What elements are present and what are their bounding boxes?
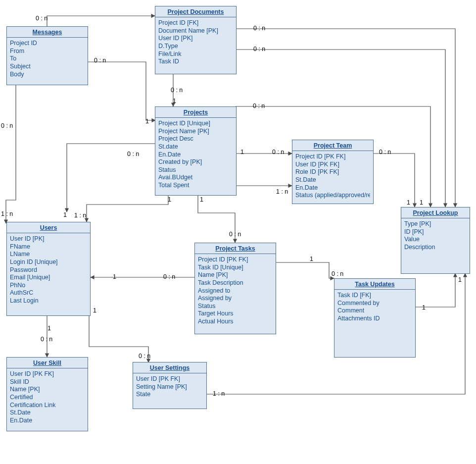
attr: Setting Name [PK] xyxy=(136,383,203,391)
entity-users: Users User ID [PK] FName LName Login ID … xyxy=(6,222,91,316)
attr: Commented by xyxy=(337,300,412,308)
attr: Last Login xyxy=(10,297,87,305)
cardinality-label: 1 xyxy=(407,199,410,206)
attr: To xyxy=(10,55,85,63)
entity-title: Task Updates xyxy=(334,279,415,290)
cardinality-label: 0 : n xyxy=(332,270,343,277)
attr: ID [PK] xyxy=(404,228,467,236)
attr: PhNo xyxy=(10,282,87,290)
cardinality-label: 1 xyxy=(168,196,171,203)
attr: Body xyxy=(10,71,85,79)
entity-project-team: Project Team Project ID [PK FK] User ID … xyxy=(292,140,374,204)
attr: Name [PK] xyxy=(198,271,273,279)
cardinality-label: 0 : n xyxy=(36,15,48,22)
attr: AuthSrC xyxy=(10,289,87,297)
cardinality-label: 0 : n xyxy=(253,103,265,109)
entity-title: Project Lookup xyxy=(401,207,470,218)
attr: Actual Hours xyxy=(198,318,273,326)
attr: Password xyxy=(10,266,87,274)
attr: Project ID xyxy=(10,40,85,48)
cardinality-label: 0 : n xyxy=(171,87,183,94)
cardinality-label: 0 : n xyxy=(127,151,139,157)
cardinality-label: 1 : n xyxy=(74,212,86,219)
attr: St.Date xyxy=(295,176,370,184)
attr: Task ID [Unique] xyxy=(198,264,273,272)
attr: Role ID [PK FK] xyxy=(295,168,370,176)
attr: Status (applied/approved/rej xyxy=(295,192,370,200)
attr: User ID [PK] xyxy=(10,235,87,243)
attr: Project Name [PK] xyxy=(158,128,233,136)
attr: D.Type xyxy=(158,43,233,51)
attr: Task ID [FK] xyxy=(337,292,412,300)
attr: Login ID [Unique] xyxy=(10,258,87,266)
attr: Status xyxy=(198,303,273,310)
entity-title: User Skill xyxy=(7,358,88,368)
attr: User ID [PK FK] xyxy=(295,161,370,169)
attr: Project ID [PK FK] xyxy=(198,256,273,264)
entity-body: User ID [PK FK] Skill ID Name [PK] Certi… xyxy=(7,368,88,427)
entity-user-skill: User Skill User ID [PK FK] Skill ID Name… xyxy=(6,357,88,431)
cardinality-label: 1 xyxy=(63,211,67,218)
attr: Assigned to xyxy=(198,287,273,295)
entity-title: Users xyxy=(7,222,90,233)
cardinality-label: 1 xyxy=(200,196,203,203)
attr: Document Name [PK] xyxy=(158,27,233,35)
entity-body: Project ID [PK FK] Task ID [Unique] Name… xyxy=(195,254,276,329)
attr: From xyxy=(10,48,85,55)
cardinality-label: 1 xyxy=(310,256,313,262)
cardinality-label: 1 xyxy=(48,325,51,332)
cardinality-label: 0 : n xyxy=(379,149,391,155)
attr: En.Date xyxy=(158,151,233,159)
entity-body: Project ID [PK FK] User ID [PK FK] Role … xyxy=(292,151,373,203)
attr: Comment xyxy=(337,307,412,315)
attr: Certified xyxy=(10,394,85,402)
cardinality-label: 0 : n xyxy=(139,353,150,360)
attr: Skill ID xyxy=(10,378,85,386)
attr: File/Link xyxy=(158,51,233,58)
attr: Name [PK] xyxy=(10,386,85,394)
attr: Target Hours xyxy=(198,310,273,318)
attr: Project ID [PK FK] xyxy=(295,153,370,161)
entity-title: Project Documents xyxy=(155,6,236,17)
entity-project-documents: Project Documents Project ID [FK] Docume… xyxy=(155,6,237,74)
entity-body: Type [PK] ID [PK] Value Description xyxy=(401,218,470,255)
cardinality-label: 0 : n xyxy=(253,25,265,32)
attr: St.Date xyxy=(10,409,85,417)
attr: Type [PK] xyxy=(404,220,467,228)
cardinality-label: 1 xyxy=(145,118,149,125)
cardinality-label: 1 xyxy=(240,149,244,155)
cardinality-label: 1 xyxy=(422,304,426,311)
attr: Email [Unique] xyxy=(10,274,87,282)
attr: Assigned by xyxy=(198,295,273,303)
cardinality-label: 1 xyxy=(113,273,116,280)
attr: Task Description xyxy=(198,279,273,287)
attr: Task ID xyxy=(158,58,233,66)
entity-title: Project Tasks xyxy=(195,243,276,254)
attr: Total Spent xyxy=(158,182,233,190)
entity-body: User ID [PK FK] Setting Name [PK] State xyxy=(133,373,206,402)
entity-body: Project ID From To Subject Body xyxy=(7,38,88,81)
attr: State xyxy=(136,391,203,399)
cardinality-label: 1 : n xyxy=(213,390,225,397)
entity-project-tasks: Project Tasks Project ID [PK FK] Task ID… xyxy=(194,243,276,334)
cardinality-label: 1 : n xyxy=(1,210,13,217)
cardinality-label: 1 xyxy=(93,307,96,314)
cardinality-label: 0 : n xyxy=(94,57,106,64)
attr: LName xyxy=(10,251,87,258)
entity-title: User Settings xyxy=(133,362,206,373)
entity-body: User ID [PK] FName LName Login ID [Uniqu… xyxy=(7,233,90,308)
attr: En.Date xyxy=(295,184,370,192)
entity-body: Task ID [FK] Commented by Comment Attach… xyxy=(334,290,415,326)
attr: User ID [PK FK] xyxy=(136,375,203,383)
cardinality-label: 1 : n xyxy=(276,188,288,195)
attr: User ID [PK FK] xyxy=(10,370,85,378)
attr: Project ID [FK] xyxy=(158,19,233,27)
cardinality-label: 0 : n xyxy=(163,273,175,280)
attr: User ID [PK] xyxy=(158,35,233,43)
attr: Created by [PK] xyxy=(158,158,233,166)
entity-title: Project Team xyxy=(292,140,373,151)
attr: En.Date xyxy=(10,417,85,425)
cardinality-label: 0 : n xyxy=(1,122,13,129)
er-diagram: Messages Project ID From To Subject Body… xyxy=(0,0,476,464)
entity-title: Projects xyxy=(155,107,236,118)
